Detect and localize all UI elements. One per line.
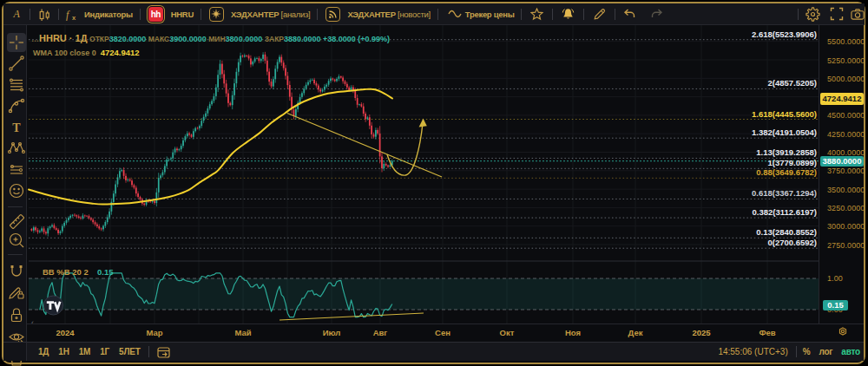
svg-text:T: T (12, 121, 21, 134)
svg-text:BB %B 20 2: BB %B 20 2 (43, 267, 89, 277)
svg-text:f: f (66, 8, 70, 20)
svg-text:x: x (72, 14, 76, 21)
svg-text:0.15: 0.15 (97, 267, 114, 277)
